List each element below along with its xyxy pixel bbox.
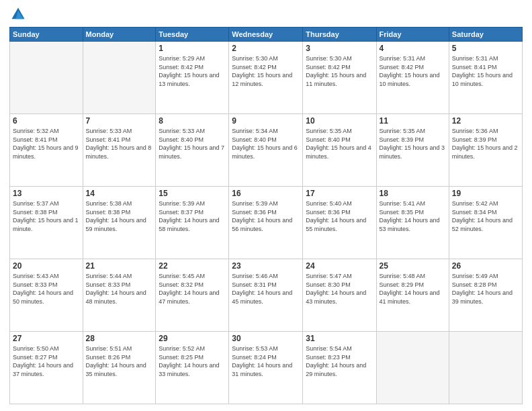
day-cell: 8Sunrise: 5:33 AMSunset: 8:40 PMDaylight… <box>156 114 229 187</box>
day-info: Sunrise: 5:51 AMSunset: 8:26 PMDaylight:… <box>86 345 153 378</box>
day-number: 26 <box>452 261 519 271</box>
day-cell: 23Sunrise: 5:46 AMSunset: 8:31 PMDayligh… <box>229 259 303 332</box>
day-number: 23 <box>232 261 300 271</box>
day-info: Sunrise: 5:35 AMSunset: 8:40 PMDaylight:… <box>306 127 373 161</box>
day-number: 6 <box>13 116 80 126</box>
day-number: 29 <box>159 334 226 343</box>
day-number: 11 <box>380 116 446 126</box>
day-cell: 26Sunrise: 5:49 AMSunset: 8:28 PMDayligh… <box>449 259 522 332</box>
day-number: 14 <box>86 189 153 198</box>
day-cell: 6Sunrise: 5:32 AMSunset: 8:41 PMDaylight… <box>10 114 83 187</box>
day-number: 1 <box>159 44 226 53</box>
day-cell: 7Sunrise: 5:33 AMSunset: 8:41 PMDaylight… <box>83 114 156 187</box>
day-cell: 17Sunrise: 5:40 AMSunset: 8:36 PMDayligh… <box>303 187 376 259</box>
day-number: 10 <box>306 116 373 126</box>
day-info: Sunrise: 5:30 AMSunset: 8:42 PMDaylight:… <box>232 54 300 88</box>
day-cell: 2Sunrise: 5:30 AMSunset: 8:42 PMDaylight… <box>229 42 303 114</box>
day-cell: 22Sunrise: 5:45 AMSunset: 8:32 PMDayligh… <box>156 259 229 332</box>
day-info: Sunrise: 5:45 AMSunset: 8:32 PMDaylight:… <box>159 272 226 306</box>
day-number: 27 <box>13 334 80 343</box>
day-cell <box>449 332 522 404</box>
day-info: Sunrise: 5:42 AMSunset: 8:34 PMDaylight:… <box>452 199 519 233</box>
day-info: Sunrise: 5:54 AMSunset: 8:23 PMDaylight:… <box>306 345 373 378</box>
day-number: 15 <box>159 189 226 198</box>
day-info: Sunrise: 5:36 AMSunset: 8:39 PMDaylight:… <box>452 127 519 161</box>
day-cell: 29Sunrise: 5:52 AMSunset: 8:25 PMDayligh… <box>156 332 229 404</box>
day-cell: 28Sunrise: 5:51 AMSunset: 8:26 PMDayligh… <box>83 332 156 404</box>
day-info: Sunrise: 5:43 AMSunset: 8:33 PMDaylight:… <box>13 272 80 306</box>
day-info: Sunrise: 5:44 AMSunset: 8:33 PMDaylight:… <box>86 272 153 306</box>
day-info: Sunrise: 5:48 AMSunset: 8:29 PMDaylight:… <box>380 272 446 306</box>
page: SundayMondayTuesdayWednesdayThursdayFrid… <box>0 0 532 411</box>
day-cell: 14Sunrise: 5:38 AMSunset: 8:38 PMDayligh… <box>83 187 156 259</box>
weekday-header-tuesday: Tuesday <box>156 28 229 42</box>
day-cell <box>83 42 156 114</box>
day-number: 18 <box>380 189 446 198</box>
day-info: Sunrise: 5:31 AMSunset: 8:42 PMDaylight:… <box>380 54 446 88</box>
day-number: 17 <box>306 189 373 198</box>
weekday-header-friday: Friday <box>376 28 449 42</box>
day-info: Sunrise: 5:30 AMSunset: 8:42 PMDaylight:… <box>306 54 373 88</box>
day-number: 16 <box>232 189 300 198</box>
day-number: 5 <box>452 44 519 53</box>
day-cell: 1Sunrise: 5:29 AMSunset: 8:42 PMDaylight… <box>156 42 229 114</box>
day-cell: 21Sunrise: 5:44 AMSunset: 8:33 PMDayligh… <box>83 259 156 332</box>
day-number: 9 <box>232 116 300 126</box>
day-number: 7 <box>86 116 153 126</box>
calendar-table: SundayMondayTuesdayWednesdayThursdayFrid… <box>9 27 523 404</box>
day-number: 8 <box>159 116 226 126</box>
day-number: 3 <box>306 44 373 53</box>
day-cell <box>10 42 83 114</box>
day-number: 24 <box>306 261 373 271</box>
day-cell: 10Sunrise: 5:35 AMSunset: 8:40 PMDayligh… <box>303 114 376 187</box>
day-cell: 20Sunrise: 5:43 AMSunset: 8:33 PMDayligh… <box>10 259 83 332</box>
day-number: 20 <box>13 261 80 271</box>
day-number: 31 <box>306 334 373 343</box>
day-info: Sunrise: 5:37 AMSunset: 8:38 PMDaylight:… <box>13 199 80 233</box>
day-number: 21 <box>86 261 153 271</box>
week-row-1: 1Sunrise: 5:29 AMSunset: 8:42 PMDaylight… <box>10 42 523 114</box>
logo <box>9 7 27 21</box>
weekday-header-row: SundayMondayTuesdayWednesdayThursdayFrid… <box>10 28 523 42</box>
day-cell: 24Sunrise: 5:47 AMSunset: 8:30 PMDayligh… <box>303 259 376 332</box>
week-row-4: 20Sunrise: 5:43 AMSunset: 8:33 PMDayligh… <box>10 259 523 332</box>
day-cell: 31Sunrise: 5:54 AMSunset: 8:23 PMDayligh… <box>303 332 376 404</box>
day-cell: 16Sunrise: 5:39 AMSunset: 8:36 PMDayligh… <box>229 187 303 259</box>
day-info: Sunrise: 5:50 AMSunset: 8:27 PMDaylight:… <box>13 345 80 378</box>
weekday-header-thursday: Thursday <box>303 28 376 42</box>
weekday-header-wednesday: Wednesday <box>229 28 303 42</box>
week-row-5: 27Sunrise: 5:50 AMSunset: 8:27 PMDayligh… <box>10 332 523 404</box>
week-row-2: 6Sunrise: 5:32 AMSunset: 8:41 PMDaylight… <box>10 114 523 187</box>
day-info: Sunrise: 5:33 AMSunset: 8:40 PMDaylight:… <box>159 127 226 161</box>
day-info: Sunrise: 5:32 AMSunset: 8:41 PMDaylight:… <box>13 127 80 161</box>
day-number: 22 <box>159 261 226 271</box>
header <box>9 7 523 21</box>
day-info: Sunrise: 5:34 AMSunset: 8:40 PMDaylight:… <box>232 127 300 161</box>
day-cell: 11Sunrise: 5:35 AMSunset: 8:39 PMDayligh… <box>376 114 449 187</box>
day-number: 19 <box>452 189 519 198</box>
weekday-header-sunday: Sunday <box>10 28 83 42</box>
day-info: Sunrise: 5:33 AMSunset: 8:41 PMDaylight:… <box>86 127 153 161</box>
day-number: 13 <box>13 189 80 198</box>
day-number: 12 <box>452 116 519 126</box>
logo-icon <box>11 7 26 21</box>
day-info: Sunrise: 5:39 AMSunset: 8:36 PMDaylight:… <box>232 199 300 233</box>
day-number: 25 <box>380 261 446 271</box>
day-number: 30 <box>232 334 300 343</box>
day-cell: 19Sunrise: 5:42 AMSunset: 8:34 PMDayligh… <box>449 187 522 259</box>
day-info: Sunrise: 5:46 AMSunset: 8:31 PMDaylight:… <box>232 272 300 306</box>
day-cell: 27Sunrise: 5:50 AMSunset: 8:27 PMDayligh… <box>10 332 83 404</box>
day-number: 28 <box>86 334 153 343</box>
day-cell: 15Sunrise: 5:39 AMSunset: 8:37 PMDayligh… <box>156 187 229 259</box>
day-cell: 3Sunrise: 5:30 AMSunset: 8:42 PMDaylight… <box>303 42 376 114</box>
week-row-3: 13Sunrise: 5:37 AMSunset: 8:38 PMDayligh… <box>10 187 523 259</box>
day-info: Sunrise: 5:29 AMSunset: 8:42 PMDaylight:… <box>159 54 226 88</box>
weekday-header-saturday: Saturday <box>449 28 522 42</box>
day-number: 2 <box>232 44 300 53</box>
day-info: Sunrise: 5:40 AMSunset: 8:36 PMDaylight:… <box>306 199 373 233</box>
day-info: Sunrise: 5:35 AMSunset: 8:39 PMDaylight:… <box>380 127 446 161</box>
day-info: Sunrise: 5:38 AMSunset: 8:38 PMDaylight:… <box>86 199 153 233</box>
day-info: Sunrise: 5:39 AMSunset: 8:37 PMDaylight:… <box>159 199 226 233</box>
day-info: Sunrise: 5:47 AMSunset: 8:30 PMDaylight:… <box>306 272 373 306</box>
day-cell: 5Sunrise: 5:31 AMSunset: 8:41 PMDaylight… <box>449 42 522 114</box>
